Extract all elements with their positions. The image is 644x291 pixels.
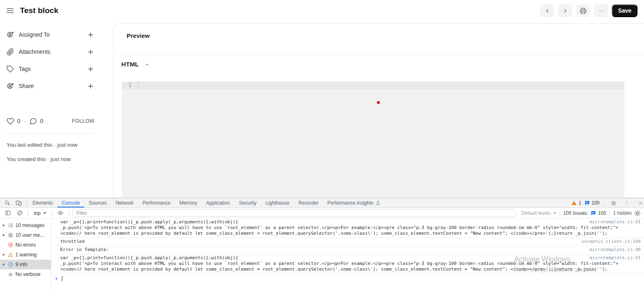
printer-button[interactable]	[576, 4, 590, 17]
console-prompt[interactable]	[51, 274, 644, 281]
warnings-count: 1	[578, 200, 581, 206]
tab-performance[interactable]: Performance	[138, 198, 175, 207]
sidebar-item-tags[interactable]: Tags	[7, 60, 94, 77]
expand-caret-icon[interactable]	[3, 254, 5, 256]
console-source-link[interactable]: microtemplate.js:90	[588, 247, 641, 253]
tab-lighthouse[interactable]: Lighthouse	[261, 198, 294, 207]
separator-dot: ·	[24, 118, 26, 124]
html-code-editor[interactable]: 1	[122, 82, 624, 197]
console-filter-10-user-me-[interactable]: 10 user me...	[0, 230, 51, 240]
messages-badge[interactable]: 100	[584, 200, 600, 206]
tab-performance-insights[interactable]: Performance insights	[323, 198, 385, 207]
kebab-menu-icon[interactable]	[622, 199, 632, 207]
console-filter-input[interactable]	[72, 209, 516, 217]
tab-label: Security	[239, 200, 256, 206]
sidebar-section-list: Assigned ToAttachmentsTagsShare	[7, 26, 94, 95]
social-row: 0 · 0 FOLLOW	[7, 116, 94, 126]
sidebar-item-assigned-to[interactable]: Assigned To	[7, 26, 94, 43]
console-log-line: var _p=[],print=function(){_p.push.apply…	[60, 219, 641, 225]
user-plus-icon	[7, 82, 14, 90]
tab-network[interactable]: Network	[111, 198, 138, 207]
tab-label: Sources	[89, 200, 107, 206]
expand-caret-icon[interactable]	[3, 234, 5, 236]
chevron-right-button[interactable]	[558, 4, 572, 17]
warning-tri-icon	[8, 252, 13, 258]
toolbar-separator-1	[28, 210, 28, 216]
add-plus-icon[interactable]	[87, 82, 94, 90]
sidebar-item-attachments[interactable]: Attachments	[7, 43, 94, 60]
sidebar-item-label: Share	[19, 83, 87, 89]
console-filter-1-warning[interactable]: 1 warning	[0, 250, 51, 260]
tabbar-right-separator	[604, 200, 604, 206]
console-filter-no-verbose[interactable]: No verbose	[0, 269, 51, 279]
warnings-badge[interactable]: 1	[571, 200, 581, 206]
chevron-right-icon	[562, 7, 569, 14]
user-circle-icon	[8, 232, 13, 238]
console-settings-gear-icon[interactable]	[634, 209, 641, 217]
chevron-up-icon[interactable]	[144, 62, 150, 68]
tab-memory[interactable]: Memory	[175, 198, 202, 207]
flask-icon	[375, 201, 381, 206]
page: Test block Save Assigned ToAttachmentsTa…	[0, 0, 644, 291]
ellipsis-button[interactable]	[594, 4, 608, 17]
follow-button[interactable]: FOLLOW	[72, 118, 94, 124]
execution-context-select[interactable]: top	[31, 210, 49, 216]
live-expression-eye-icon[interactable]	[56, 209, 66, 217]
editor-line-number: 1	[122, 82, 138, 89]
sidebar: Assigned ToAttachmentsTagsShare 0 · 0 FO…	[0, 21, 113, 197]
tab-sources[interactable]: Sources	[84, 198, 111, 207]
console-filter-label: 9 info	[15, 262, 27, 267]
tab-console[interactable]: Console	[57, 198, 84, 207]
header-left: Test block	[6, 6, 59, 15]
expand-caret-icon[interactable]	[3, 224, 5, 227]
issues-bubble-icon	[590, 210, 596, 216]
body-row: Assigned ToAttachmentsTagsShare 0 · 0 FO…	[0, 21, 644, 197]
device-toolbar-icon[interactable]	[13, 199, 24, 207]
html-section-title: HTML	[121, 61, 139, 68]
clear-console-icon[interactable]	[15, 209, 24, 217]
console-source-link[interactable]: microtemplate.js:91	[588, 219, 641, 225]
console-source-link[interactable]: socketio_client.js:149	[580, 239, 641, 245]
tab-label: Network	[116, 200, 134, 206]
inspect-element-icon[interactable]	[2, 199, 13, 207]
console-sidebar-toggle-icon[interactable]	[3, 209, 13, 217]
settings-gear-icon[interactable]	[608, 199, 619, 207]
close-devtools-icon[interactable]	[635, 199, 644, 207]
add-plus-icon[interactable]	[87, 48, 94, 56]
red-dot-indicator	[377, 101, 380, 104]
chevron-down-icon	[553, 212, 556, 214]
save-button[interactable]: Save	[612, 4, 637, 17]
text-cursor	[62, 276, 62, 281]
tab-elements[interactable]: Elements	[28, 198, 57, 207]
add-plus-icon[interactable]	[87, 65, 94, 73]
log-levels-select[interactable]: Default levels	[521, 210, 556, 216]
comments-count: 0	[40, 118, 43, 124]
header-actions: Save	[540, 4, 637, 17]
console-log-line: <code>// here root_element is provided b…	[60, 267, 641, 272]
console-filter-no-errors[interactable]: No errors	[0, 240, 51, 250]
tab-label: Application	[206, 200, 230, 206]
hamburger-menu-icon[interactable]	[6, 6, 15, 15]
heart-icon[interactable]	[7, 117, 14, 125]
console-source-link[interactable]: microtemplate.js:91	[588, 255, 641, 261]
console-filter-9-info[interactable]: 9 info	[0, 260, 51, 269]
console-toolbar: top Default levels 100 Issues: 100 1 hid…	[0, 208, 644, 218]
comment-icon[interactable]	[29, 117, 37, 125]
tab-recorder[interactable]: Recorder	[294, 198, 323, 207]
expand-caret-icon[interactable]	[3, 263, 5, 266]
hidden-messages-label[interactable]: 1 hidden	[613, 210, 632, 216]
add-plus-icon[interactable]	[87, 31, 94, 39]
sidebar-item-share[interactable]: Share	[7, 77, 94, 95]
app-header: Test block Save	[0, 0, 644, 21]
last-edited-text: You last edited this · just now	[7, 142, 94, 148]
tab-security[interactable]: Security	[234, 198, 261, 207]
bug-icon	[8, 271, 13, 277]
toolbar-separator-4	[560, 210, 560, 216]
issues-counter[interactable]: 100 Issues: 100	[563, 210, 606, 216]
chevron-left-button[interactable]	[540, 4, 554, 17]
toolbar-separator-3	[69, 210, 69, 216]
ellipsis-icon	[598, 7, 605, 14]
tab-application[interactable]: Application	[202, 198, 234, 207]
console-filter-10-messages[interactable]: 10 messages	[0, 220, 51, 230]
tab-label: Performance insights	[327, 200, 373, 206]
